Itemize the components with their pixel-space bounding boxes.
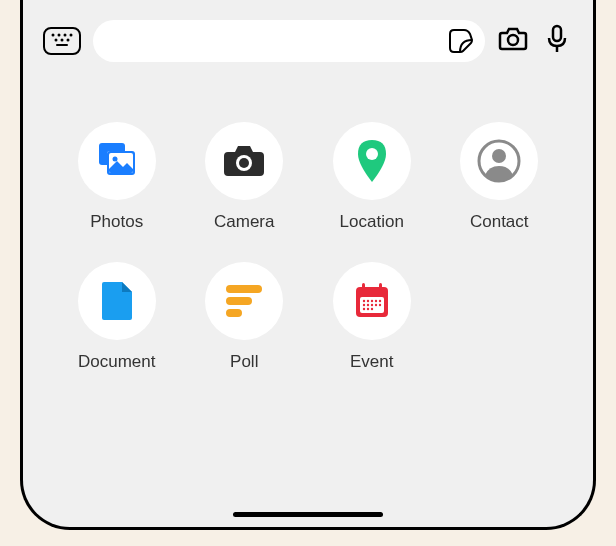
photos-icon: [78, 122, 156, 200]
attachment-camera[interactable]: Camera: [191, 122, 299, 232]
attachment-contact[interactable]: Contact: [446, 122, 554, 232]
sticker-icon[interactable]: [447, 27, 475, 55]
svg-point-30: [379, 300, 381, 302]
svg-rect-23: [226, 309, 242, 317]
svg-point-33: [371, 304, 373, 306]
svg-point-38: [371, 308, 373, 310]
attachment-label: Camera: [214, 212, 274, 232]
svg-point-5: [61, 39, 64, 42]
svg-point-18: [366, 148, 378, 160]
svg-rect-22: [226, 297, 252, 305]
attachment-grid: Photos Camera Location: [23, 82, 593, 412]
svg-point-6: [67, 39, 70, 42]
document-icon: [78, 262, 156, 340]
svg-point-1: [58, 34, 61, 37]
svg-point-26: [363, 300, 365, 302]
svg-point-29: [375, 300, 377, 302]
camera-icon: [205, 122, 283, 200]
poll-icon: [205, 262, 283, 340]
attachment-photos[interactable]: Photos: [63, 122, 171, 232]
svg-point-8: [508, 35, 518, 45]
message-input-bar: [23, 0, 593, 82]
svg-point-15: [112, 157, 117, 162]
keyboard-icon: [50, 32, 74, 50]
svg-point-0: [52, 34, 55, 37]
microphone-button[interactable]: [541, 25, 573, 57]
svg-point-28: [371, 300, 373, 302]
svg-point-4: [55, 39, 58, 42]
svg-point-20: [492, 149, 506, 163]
home-indicator[interactable]: [233, 512, 383, 517]
svg-point-2: [64, 34, 67, 37]
svg-point-32: [367, 304, 369, 306]
attachment-label: Contact: [470, 212, 529, 232]
attachment-event[interactable]: Event: [318, 262, 426, 372]
attachment-document[interactable]: Document: [63, 262, 171, 372]
svg-point-37: [367, 308, 369, 310]
attachment-poll[interactable]: Poll: [191, 262, 299, 372]
location-icon: [333, 122, 411, 200]
keyboard-button[interactable]: [43, 27, 81, 55]
svg-point-35: [379, 304, 381, 306]
event-icon: [333, 262, 411, 340]
svg-point-17: [239, 158, 249, 168]
svg-rect-39: [362, 283, 365, 291]
svg-point-3: [70, 34, 73, 37]
svg-rect-7: [56, 44, 68, 46]
svg-rect-40: [379, 283, 382, 291]
microphone-icon: [546, 24, 568, 58]
camera-icon: [498, 26, 528, 56]
svg-point-31: [363, 304, 365, 306]
contact-icon: [460, 122, 538, 200]
attachment-location[interactable]: Location: [318, 122, 426, 232]
attachment-label: Document: [78, 352, 155, 372]
svg-rect-21: [226, 285, 262, 293]
svg-point-36: [363, 308, 365, 310]
attachment-label: Event: [350, 352, 393, 372]
message-input[interactable]: [93, 20, 485, 62]
svg-point-27: [367, 300, 369, 302]
attachment-label: Photos: [90, 212, 143, 232]
svg-point-34: [375, 304, 377, 306]
attachment-label: Location: [340, 212, 404, 232]
svg-rect-9: [553, 26, 561, 41]
phone-frame: Photos Camera Location: [20, 0, 596, 530]
camera-button[interactable]: [497, 25, 529, 57]
attachment-label: Poll: [230, 352, 258, 372]
